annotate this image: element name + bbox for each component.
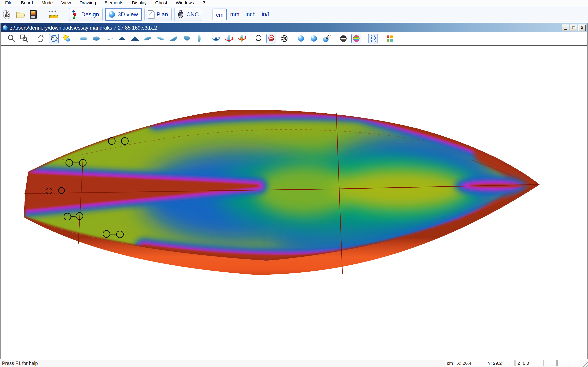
view-nose-icon[interactable] <box>117 34 127 43</box>
menu-item-file[interactable]: File <box>1 0 17 6</box>
view-tail-icon[interactable] <box>130 34 140 43</box>
menu-item-display[interactable]: Display <box>128 0 151 6</box>
curvature-sphere-icon[interactable] <box>351 34 361 43</box>
view-3d-button-label: 3D view <box>118 11 138 18</box>
status-help-text: Press F1 for help <box>2 361 38 366</box>
unit-inf[interactable]: in/f <box>259 8 272 20</box>
menu-item-view[interactable]: View <box>57 0 75 6</box>
measure-icon[interactable] <box>48 8 60 20</box>
minimize-icon <box>564 29 567 30</box>
status-z-coordinate: Z: 0.0 <box>516 360 544 366</box>
board-3d-canvas[interactable] <box>1 45 587 359</box>
menu-item-ghost[interactable]: Ghost <box>151 0 172 6</box>
unit-inch[interactable]: inch <box>242 8 259 20</box>
document-window: z:\users\dennery\downloads\essay mandrak… <box>0 23 588 359</box>
status-empty-cell <box>570 360 580 366</box>
document-titlebar[interactable]: z:\users\dennery\downloads\essay mandrak… <box>1 23 587 32</box>
minimize-button[interactable] <box>562 25 569 31</box>
rotate-3d-icon[interactable] <box>49 34 59 43</box>
design-button[interactable]: Design <box>69 8 103 21</box>
sphere-pencil-icon[interactable] <box>322 34 332 43</box>
cnc-button-label: CNC <box>186 11 199 18</box>
view-tilt-left-icon[interactable] <box>143 34 153 43</box>
plan-sheet-icon <box>147 10 155 19</box>
sphere-3d-icon <box>108 10 116 18</box>
rotate-section-icon[interactable] <box>211 34 221 43</box>
color-panels-icon[interactable] <box>385 34 395 43</box>
design-button-label: Design <box>81 11 99 18</box>
plan-button[interactable]: Plan <box>144 8 172 21</box>
menu-item-windows[interactable]: Windows <box>172 0 198 6</box>
document-title: z:\users\dennery\downloads\essay mandrak… <box>10 25 561 31</box>
light-icon[interactable] <box>62 34 72 43</box>
zoom-icon[interactable] <box>7 34 16 43</box>
menu-item-mode[interactable]: Mode <box>37 0 57 6</box>
mesh-sphere-icon[interactable] <box>279 34 289 43</box>
menu-bar: FileBoardModeViewDrawingElementsDisplayG… <box>0 0 588 6</box>
status-bar: Press F1 for help cm X: 26.4 Y: 29.2 Z: … <box>0 360 588 367</box>
plan-button-label: Plan <box>156 11 168 18</box>
view-3d-button[interactable]: 3D view <box>105 8 142 21</box>
wireframe-sphere-icon[interactable] <box>254 34 263 43</box>
save-icon[interactable] <box>27 8 39 20</box>
view-rocker-icon[interactable] <box>104 34 114 43</box>
surfboard-curvature-view <box>1 46 587 359</box>
maximize-button[interactable] <box>570 25 577 31</box>
view-toolbar <box>1 32 587 45</box>
view-quarter-2-icon[interactable] <box>182 34 191 43</box>
main-toolbar: Design 3D view Plan CNC cm <box>0 6 588 23</box>
resize-grip[interactable] <box>582 361 588 367</box>
view-outline-icon[interactable] <box>194 34 204 43</box>
view-quarter-icon[interactable] <box>169 34 178 43</box>
zoom-area-icon[interactable] <box>19 34 29 43</box>
view-tilt-right-icon[interactable] <box>156 34 165 43</box>
menu-item-drawing[interactable]: Drawing <box>75 0 100 6</box>
open-folder-icon[interactable] <box>14 8 26 20</box>
solid-sphere-icon[interactable] <box>296 34 306 43</box>
menu-item-elements[interactable]: Elements <box>100 0 128 6</box>
close-icon: X <box>581 25 583 30</box>
menu-item-[interactable]: ? <box>198 0 209 6</box>
cnc-bit-icon <box>177 10 185 19</box>
unit-cm[interactable]: cm <box>213 8 227 20</box>
solid-sphere-2-icon[interactable] <box>309 34 319 43</box>
status-x-coordinate: X: 26.4 <box>455 360 485 366</box>
status-y-coordinate: Y: 29.2 <box>486 360 515 366</box>
view-deck-icon[interactable] <box>91 34 101 43</box>
close-button[interactable]: X <box>579 25 586 31</box>
maximize-icon <box>572 26 575 29</box>
spin-vertical-icon[interactable] <box>237 34 247 43</box>
document-icon <box>2 25 8 31</box>
wireframe-red-sphere-icon[interactable] <box>267 34 276 43</box>
spin-horizontal-icon[interactable] <box>224 34 234 43</box>
menu-item-board[interactable]: Board <box>17 0 37 6</box>
status-empty-cell <box>545 360 557 366</box>
cnc-button[interactable]: CNC <box>174 8 203 21</box>
flexion-icon[interactable] <box>368 34 378 43</box>
pan-hand-icon[interactable] <box>36 34 46 43</box>
design-nodes-icon <box>71 10 80 19</box>
status-empty-cell <box>557 360 569 366</box>
zebra-sphere-icon[interactable] <box>338 34 348 43</box>
view-top-icon[interactable] <box>79 34 88 43</box>
status-unit: cm <box>445 360 454 366</box>
select-board-icon[interactable] <box>1 8 13 20</box>
unit-selector: cm mm inch in/f <box>213 8 272 20</box>
unit-mm[interactable]: mm <box>227 8 242 20</box>
